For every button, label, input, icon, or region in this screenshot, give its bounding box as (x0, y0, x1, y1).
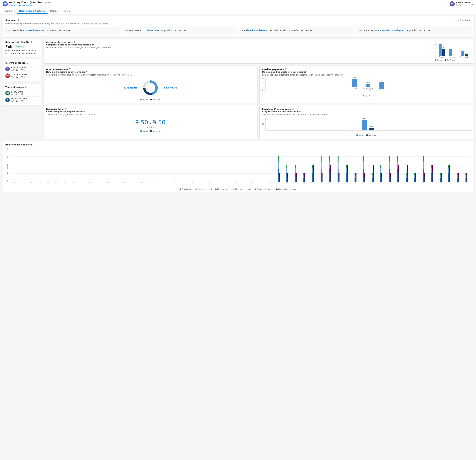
contact-sandra: SM Sandra Martinez ✉ 3 📞 5 📅 1 (5, 72, 39, 79)
sendreceive-heading: Stay responsive and seal the deal (262, 110, 471, 113)
bar-group-40 (351, 173, 360, 182)
bar-group-phone: 2 1 Phone calls (460, 50, 469, 58)
health-info-icon[interactable]: ⓘ (30, 41, 32, 43)
x-label-5: 21 Dec (53, 182, 61, 187)
bar-emails-them (442, 49, 445, 56)
bar-group-44 (385, 156, 394, 182)
legend-emails-received: Emails received (196, 188, 212, 190)
kpi-item-response: You take 0 hours lesser to respond to em… (239, 27, 354, 34)
hourly-legend: By Us By Them (46, 99, 255, 101)
summary-info-icon[interactable]: ⓘ (17, 19, 19, 22)
clients-title: Client's contacts ⓘ (5, 61, 39, 64)
kpi-item-meetings: You have initiated 3 meetings more compa… (5, 27, 120, 34)
send-receive-card: Email send/receive ratio ⓘ Stay responsi… (259, 105, 474, 139)
x-label-1: 17 Dec (19, 182, 27, 187)
colleague-ppdf-stats: ✉ 3📞 5📅 1 (11, 100, 27, 102)
legend-meetings-received: Meetings received (233, 188, 252, 190)
bar-attachments-viewed (366, 84, 370, 87)
response-info-icon[interactable]: ⓘ (65, 108, 67, 110)
bar-emails-opened (352, 79, 357, 87)
colleague-kenny: KS Kenny Smith ✉ 3📞 5📅 1 (5, 90, 39, 97)
colleague-avatar-hash: # (5, 98, 10, 102)
activities-info-icon[interactable]: ⓘ (33, 143, 35, 146)
bar-group-46 (402, 165, 411, 182)
kpi-grid: You have initiated 3 meetings more compa… (5, 27, 471, 34)
x-label-18: 3 Jan (164, 182, 172, 187)
health-status-badge: Steady (14, 45, 24, 48)
kpi-item-email-rate: Your rate of response to emails is 73% h… (356, 27, 471, 34)
middle-row: Hourly investment ⓘ How do the hours spe… (43, 66, 473, 103)
bar-meetings-us (449, 49, 452, 56)
contact-sandra-details: Sandra Martinez ✉ 3 📞 5 📅 1 (11, 73, 27, 78)
sendreceive-info-icon[interactable]: ⓘ (292, 108, 294, 110)
user-name: Kenny Smith (456, 2, 470, 4)
sendreceive-subheading: Compare your email send/receive ratio to… (262, 113, 471, 116)
clients-info-icon[interactable]: ⓘ (26, 61, 28, 64)
response-subheading: Compare how long you take to respond to … (46, 113, 255, 116)
bar-group-47 (411, 173, 420, 182)
colleague-ppdf: # # PpdfCDSClient ✉ 3📞 5📅 1 (5, 97, 39, 103)
x-label-24: 9 Jan (215, 182, 223, 187)
main-content: Summary ⓘ ‹ 1-4 of 4 › Metrics and key p… (0, 14, 476, 197)
bar-group-52 (454, 173, 462, 182)
x-label-45: 30 Jan (394, 182, 402, 187)
x-label-6: 22 Dec (61, 182, 70, 187)
x-label-51: 5 Feb (445, 182, 454, 187)
customer-interactions-card: Customer interactions ⓘ Compare interact… (43, 38, 473, 64)
x-label-11: 27 Dec (104, 182, 113, 187)
breadcrumb-parent[interactable]: Sales Insights (18, 4, 32, 7)
stacked-bars-container (10, 148, 471, 182)
x-label-38: 23 Jan (334, 182, 343, 187)
sendreceive-legend: By Us By Them (262, 134, 471, 137)
interactions-info-icon[interactable]: ⓘ (73, 41, 75, 43)
pagination-prev[interactable]: ‹ (457, 19, 459, 22)
x-label-26: 11 Jan (232, 182, 240, 187)
bar-group-emails: 5 3 Emails (439, 42, 445, 58)
tab-related[interactable]: Related ⌄ (60, 9, 74, 14)
response-value: 9.50 / 9.50 (46, 119, 255, 126)
contact-sandra-stats: ✉ 3 📞 5 📅 1 (11, 76, 27, 78)
x-label-44: 29 Jan (385, 182, 394, 187)
x-label-23: 8 Jan (206, 182, 215, 187)
relationship-activities-section: Relationship Activities ⓘ 01234 Count (3, 141, 473, 193)
record-info: AD Anthony Davis (sample) - Saved Contac… (3, 1, 51, 7)
colleagues-info-icon[interactable]: ⓘ (25, 86, 27, 88)
tab-relationship-analytics[interactable]: Relationship Analytics (17, 9, 48, 14)
user-menu-chevron[interactable]: ⌄ (471, 2, 473, 5)
last-interaction: Last interaction: Not Scheduled (5, 52, 39, 55)
x-label-14: 30 Dec (129, 182, 138, 187)
response-time-card: Response time ⓘ Faster responses impact … (43, 105, 257, 139)
donut-us-label: 8.33 hours (124, 87, 137, 89)
bar-group-39 (343, 165, 351, 182)
tab-summary[interactable]: Summary (3, 9, 17, 14)
bar-meetings-them (452, 56, 455, 56)
donut-chart (142, 80, 159, 96)
x-label-16: 1 Jan (147, 182, 155, 187)
x-label-29: 14 Jan (257, 182, 266, 187)
bar-emails-us (439, 44, 442, 56)
sendreceive-chart: 02040 40% 11% (262, 118, 471, 134)
x-label-21: 6 Jan (189, 182, 198, 187)
bar-group-35 (309, 165, 317, 182)
donut-them-label: 3.33 hours (163, 87, 177, 89)
x-label-41: 26 Jan (360, 182, 368, 187)
engagement-info-icon[interactable]: ⓘ (285, 68, 287, 71)
related-dropdown-icon: ⌄ (71, 10, 72, 12)
hourly-info-icon[interactable]: ⓘ (69, 68, 71, 71)
x-label-33: 18 Jan (292, 182, 300, 187)
interactions-heading: Compare interactions with the customer (46, 43, 432, 46)
x-label-9: 25 Dec (87, 182, 95, 187)
colleague-kenny-name: Kenny Smith (11, 91, 25, 93)
legend-phonecalls-made: Phone calls made (255, 188, 273, 190)
tab-details[interactable]: Details (48, 9, 59, 14)
colleague-kenny-details: Kenny Smith ✉ 3📞 5📅 1 (11, 91, 25, 95)
sendreceive-title: Email send/receive ratio ⓘ (262, 108, 471, 110)
bar-group-51 (445, 165, 454, 182)
bar-group-38 (334, 156, 343, 182)
x-label-42: 27 Jan (368, 182, 377, 187)
pagination-next[interactable]: › (468, 19, 471, 22)
saved-status: - Saved (44, 2, 51, 4)
contact-richard: RT Richard Thomas ✉ 3 📞 5 📅 1 (5, 66, 39, 72)
bar-group-34 (300, 173, 309, 182)
x-label-53: 7 Feb (462, 182, 471, 187)
